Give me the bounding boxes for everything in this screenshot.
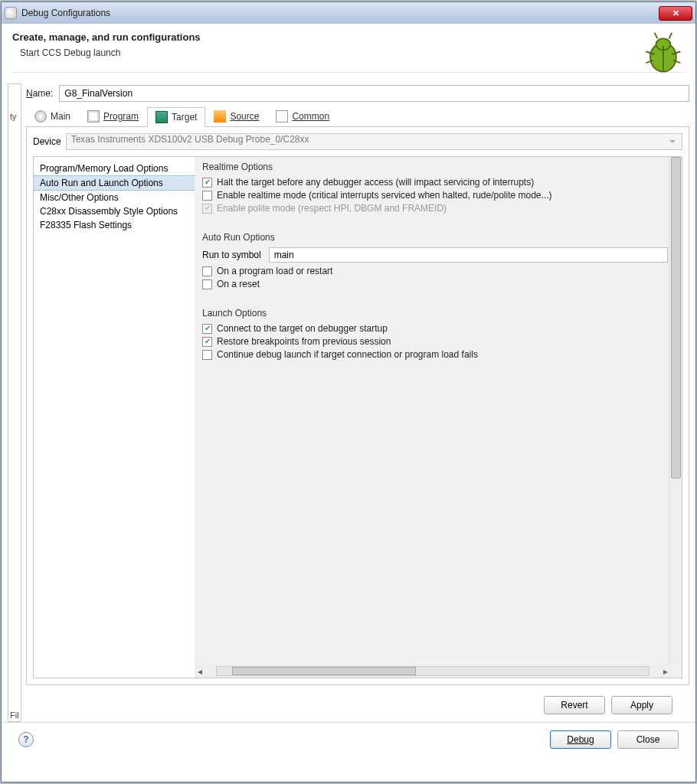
tab-main-label: Main (51, 111, 70, 122)
window-close-button[interactable]: ✕ (659, 6, 692, 21)
tab-program-label: Program (103, 111, 139, 122)
tab-source[interactable]: Source (205, 106, 267, 126)
dialog-window: Debug Configurations ✕ Create, manage, a… (1, 2, 696, 782)
help-icon[interactable]: ? (18, 732, 34, 747)
dialog-subtitle: Start CCS Debug launch (20, 47, 685, 58)
device-label: Device (33, 136, 61, 147)
common-icon (276, 110, 288, 122)
source-icon (214, 110, 226, 122)
vertical-scrollbar[interactable] (669, 157, 682, 664)
close-button[interactable]: Close (617, 730, 679, 749)
continue-fail-label: Continue debug launch if target connecti… (217, 349, 478, 360)
left-crop-top: ty (10, 112, 17, 720)
run-to-symbol-input[interactable] (269, 247, 668, 263)
titlebar[interactable]: Debug Configurations ✕ (2, 2, 695, 24)
bug-icon (639, 31, 685, 77)
autorun-title: Auto Run Options (202, 232, 668, 243)
vertical-scrollbar-thumb[interactable] (671, 157, 681, 479)
on-load-label: On a program load or restart (217, 266, 332, 276)
left-tree-placeholder[interactable]: ty Fil (8, 83, 21, 722)
tab-common-label: Common (292, 111, 329, 122)
tab-program[interactable]: Program (79, 106, 147, 126)
options-tree: Program/Memory Load Options Auto Run and… (34, 157, 195, 678)
name-label: Name: (26, 88, 53, 99)
enable-realtime-label: Enable realtime mode (critical interrupt… (217, 190, 552, 201)
program-icon (87, 110, 100, 122)
polite-label: Enable polite mode (respect HPI, DBGM an… (217, 203, 447, 214)
tab-target[interactable]: Target (147, 107, 205, 127)
horizontal-scrollbar[interactable]: ◂ ▸ (195, 665, 671, 678)
side-item-flash[interactable]: F28335 Flash Settings (34, 218, 195, 232)
side-item-auto-run[interactable]: Auto Run and Launch Options (34, 175, 195, 191)
side-item-disassembly[interactable]: C28xx Disassembly Style Options (34, 204, 195, 218)
revert-button[interactable]: Revert (544, 696, 605, 714)
tab-main[interactable]: Main (26, 106, 79, 126)
restore-bp-label: Restore breakpoints from previous sessio… (217, 336, 391, 347)
titlebar-title: Debug Configurations (21, 8, 657, 18)
left-crop-bottom: Fil (10, 710, 19, 720)
launch-title: Launch Options (202, 308, 668, 318)
header-separator (12, 72, 685, 73)
tabstrip: Main Program Target Source Common (26, 106, 689, 127)
connect-label: Connect to the target on debugger startu… (217, 323, 388, 334)
connect-checkbox[interactable] (202, 324, 212, 334)
on-load-checkbox[interactable] (202, 266, 212, 276)
restore-bp-checkbox[interactable] (202, 337, 212, 347)
halt-checkbox[interactable] (202, 178, 212, 188)
enable-realtime-checkbox[interactable] (202, 191, 212, 201)
svg-line-7 (655, 33, 658, 39)
options-content: Realtime Options Halt the target before … (195, 157, 682, 678)
svg-line-8 (669, 33, 672, 39)
hscroll-track[interactable] (216, 666, 650, 676)
on-reset-checkbox[interactable] (202, 279, 212, 289)
dialog-title: Create, manage, and run configurations (12, 31, 685, 43)
hscroll-left-arrow[interactable]: ◂ (195, 666, 205, 677)
hscroll-thumb[interactable] (232, 667, 416, 675)
tab-target-label: Target (172, 112, 197, 122)
side-item-program-memory[interactable]: Program/Memory Load Options (34, 162, 195, 175)
on-reset-label: On a reset (217, 279, 260, 289)
device-select[interactable]: Texas Instruments XDS100v2 USB Debug Pro… (66, 133, 682, 150)
device-value: Texas Instruments XDS100v2 USB Debug Pro… (71, 134, 309, 145)
halt-label: Halt the target before any debugger acce… (217, 177, 534, 188)
realtime-title: Realtime Options (202, 162, 668, 172)
target-icon (155, 111, 168, 123)
main-icon (34, 110, 47, 122)
continue-fail-checkbox[interactable] (202, 350, 212, 360)
debug-button[interactable]: Debug (550, 730, 611, 749)
name-input[interactable] (59, 85, 689, 102)
dialog-header: Create, manage, and run configurations S… (2, 24, 695, 80)
side-item-misc[interactable]: Misc/Other Options (34, 191, 195, 204)
tab-common[interactable]: Common (267, 106, 338, 126)
hscroll-right-arrow[interactable]: ▸ (660, 666, 671, 677)
app-icon (5, 7, 17, 19)
tab-source-label: Source (230, 111, 259, 122)
apply-button[interactable]: Apply (611, 696, 672, 714)
polite-checkbox (202, 204, 212, 214)
run-to-symbol-label: Run to symbol (202, 250, 261, 260)
tab-content: Device Texas Instruments XDS100v2 USB De… (26, 127, 689, 685)
